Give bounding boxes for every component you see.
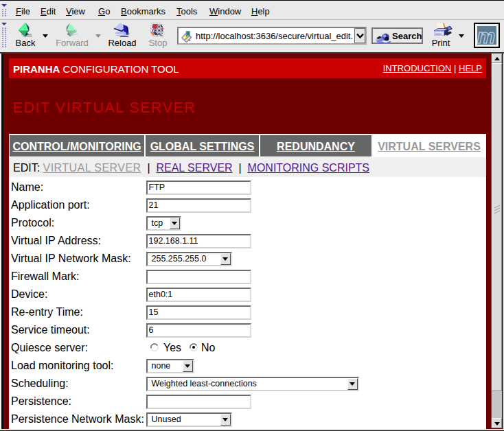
svg-text:m: m <box>477 26 495 45</box>
